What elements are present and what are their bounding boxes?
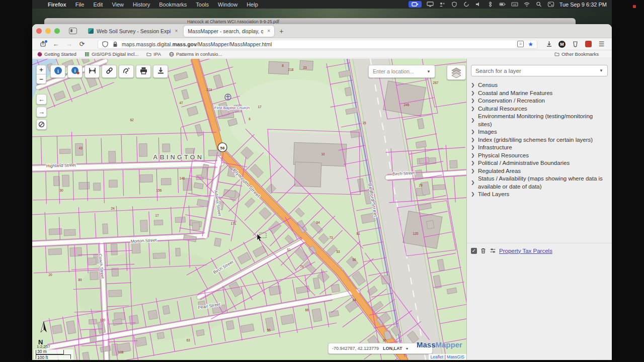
layer-category-status[interactable]: ❯Status / Availability (maps showing whe…	[471, 175, 608, 191]
folder-icon	[554, 52, 559, 57]
keyboard-icon[interactable]	[511, 2, 518, 7]
previous-extent-button[interactable]: ←	[36, 94, 47, 105]
url-bar[interactable]: maps.massgis.digital.mass.gov/MassMapper…	[98, 40, 537, 49]
reader-mode-icon[interactable]: ≡	[517, 41, 524, 47]
coordinate-mode: LON,LAT	[383, 346, 402, 351]
zoom-window-button[interactable]	[54, 28, 60, 34]
menu-item-tools[interactable]: Tools	[196, 2, 209, 8]
link-tool-button[interactable]	[102, 65, 117, 78]
map-canvas[interactable]: 58Jane LaneABINGTONHighland StreetPlymou…	[32, 59, 467, 360]
menu-item-help[interactable]: Help	[247, 2, 258, 8]
initial-extent-button[interactable]	[36, 119, 47, 130]
bookmark-star-icon[interactable]: ★	[528, 41, 533, 48]
layer-category-physical[interactable]: ❯Physical Resources	[471, 152, 608, 160]
extension-red-icon[interactable]	[584, 40, 593, 48]
sync-icon[interactable]	[463, 2, 470, 7]
zoom-in-button[interactable]: +	[36, 65, 46, 74]
tab-web-soil-survey[interactable]: Web Soil Survey - Session Expi ×	[84, 26, 182, 37]
active-layer-link[interactable]: Property Tax Parcels	[499, 248, 552, 254]
menubar-clock[interactable]: Tue Sep 9 6:32 PM	[559, 2, 607, 8]
identify-tool-button[interactable]: i	[67, 65, 83, 78]
wifi-icon[interactable]	[523, 2, 530, 7]
firefox-view-icon[interactable]	[69, 28, 77, 34]
layer-category-infrastructure[interactable]: ❯Infrastructure	[471, 144, 608, 152]
layer-category-index[interactable]: ❯Index (grids/tiling schemes for certain…	[471, 136, 608, 144]
menu-item-file[interactable]: File	[75, 2, 85, 8]
layer-category-cultural[interactable]: ❯Cultural Resources	[471, 105, 608, 113]
parcel-number: 56	[352, 258, 356, 261]
layer-category-tiled[interactable]: ❯Tiled Layers	[471, 191, 608, 199]
tab-close-icon[interactable]: ×	[267, 28, 270, 34]
layer-search-select[interactable]: Search for a layer ▼	[471, 65, 608, 76]
layer-category-images[interactable]: ❯Images	[471, 128, 608, 136]
close-window-button[interactable]	[36, 28, 42, 34]
chevron-right-icon: ❯	[471, 175, 478, 191]
parcel-number: 94	[352, 298, 356, 302]
menu-item-view[interactable]: View	[112, 2, 124, 8]
search-icon[interactable]	[535, 2, 542, 7]
tab-massmapper[interactable]: MassMapper - search, display, quer ×	[184, 26, 274, 37]
menu-item-window[interactable]: Window	[218, 2, 237, 8]
bookmark-patterns-in-confusio[interactable]: Patterns in confusio...	[169, 51, 222, 57]
menu-item-history[interactable]: History	[133, 2, 150, 8]
parcel-number: 8	[282, 64, 284, 67]
trash-icon[interactable]	[480, 247, 487, 254]
downloads-icon[interactable]	[544, 40, 553, 48]
share-icon[interactable]	[38, 40, 47, 48]
extension-m-icon[interactable]: M	[557, 40, 567, 48]
layer-category-conservation[interactable]: ❯Conservation / Recreation	[471, 97, 608, 105]
leaflet-link[interactable]: Leaflet	[431, 354, 444, 359]
new-tab-button[interactable]: +	[279, 27, 283, 35]
bookmark-getting-started[interactable]: Getting Started	[37, 51, 76, 57]
shield-status-icon[interactable]	[451, 2, 458, 7]
display-icon[interactable]	[427, 2, 434, 7]
bookmark-ipa[interactable]: IPA	[146, 51, 161, 57]
app-menu-icon[interactable]: ☰	[597, 40, 606, 48]
parcel-number: 17	[155, 214, 159, 217]
bookmark-gis-gps-digital-incl[interactable]: GIS/GPS Digital Incl...	[85, 51, 138, 57]
location-search-input[interactable]: Enter a location... ▼	[368, 65, 435, 78]
parcel-number: 20	[48, 273, 52, 277]
chevron-down-icon: ▼	[599, 68, 603, 73]
back-button[interactable]: ←	[51, 40, 60, 48]
account-icon[interactable]	[571, 40, 580, 48]
layer-settings-sliders-icon[interactable]	[490, 247, 496, 254]
menu-item-bookmarks[interactable]: Bookmarks	[159, 2, 187, 8]
layer-category-regulated[interactable]: ❯Regulated Areas	[471, 167, 608, 175]
lock-icon[interactable]	[112, 41, 119, 48]
bluetooth-icon[interactable]	[487, 2, 494, 7]
bookmarks-toolbar: Getting StartedGIS/GPS Digital Incl...IP…	[32, 50, 612, 58]
parcel-number: 79	[300, 265, 304, 268]
basemap-button[interactable]	[447, 65, 466, 80]
download-tool-button[interactable]	[153, 65, 168, 78]
users-icon[interactable]	[439, 2, 446, 7]
minimize-window-button[interactable]	[45, 28, 51, 34]
forward-button[interactable]: →	[64, 40, 73, 48]
parcel-number: 218	[288, 68, 294, 71]
layer-visibility-checkbox[interactable]: ✓	[471, 248, 477, 254]
next-extent-button[interactable]: →	[36, 107, 47, 117]
tracking-shield-icon[interactable]	[102, 41, 109, 48]
volume-icon[interactable]	[475, 2, 482, 7]
print-tool-button[interactable]	[136, 65, 151, 78]
reload-button[interactable]: ⟳	[77, 40, 87, 48]
layer-category-coastal[interactable]: ❯Coastal and Marine Features	[471, 89, 608, 98]
menu-item-firefox[interactable]: Firefox	[48, 2, 66, 8]
layer-category-political[interactable]: ❯Political / Administrative Boundaries	[471, 159, 608, 167]
measure-tool-button[interactable]	[85, 65, 100, 78]
zoom-out-button[interactable]: −	[36, 74, 46, 84]
screen-capture-icon[interactable]	[409, 1, 422, 8]
control-center-icon[interactable]	[547, 2, 554, 7]
draw-tool-button[interactable]	[119, 65, 134, 78]
navigation-toolbar: ← → ⟳ maps.massgis.digital.mass.gov/Mass…	[32, 38, 612, 50]
layer-category-environmental[interactable]: ❯Environmental Monitoring (testing/monit…	[471, 113, 608, 128]
menu-item-edit[interactable]: Edit	[93, 2, 103, 8]
massgis-link[interactable]: MassGIS	[447, 354, 464, 359]
parcel-number: 267	[433, 81, 439, 84]
tab-close-icon[interactable]: ×	[175, 28, 178, 34]
other-bookmarks-button[interactable]: Other Bookmarks	[554, 51, 599, 57]
info-tool-button[interactable]: i	[50, 65, 65, 78]
other-bookmarks-label: Other Bookmarks	[561, 51, 599, 57]
battery-icon[interactable]	[499, 2, 506, 7]
layer-category-census[interactable]: ❯Census	[471, 81, 608, 89]
